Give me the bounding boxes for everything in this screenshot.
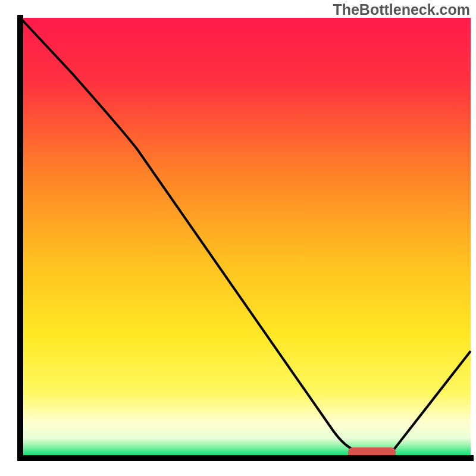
bottleneck-chart — [0, 0, 476, 476]
plot-background — [20, 18, 471, 458]
chart-container: TheBottleneck.com — [0, 0, 476, 476]
watermark-text: TheBottleneck.com — [333, 1, 470, 18]
